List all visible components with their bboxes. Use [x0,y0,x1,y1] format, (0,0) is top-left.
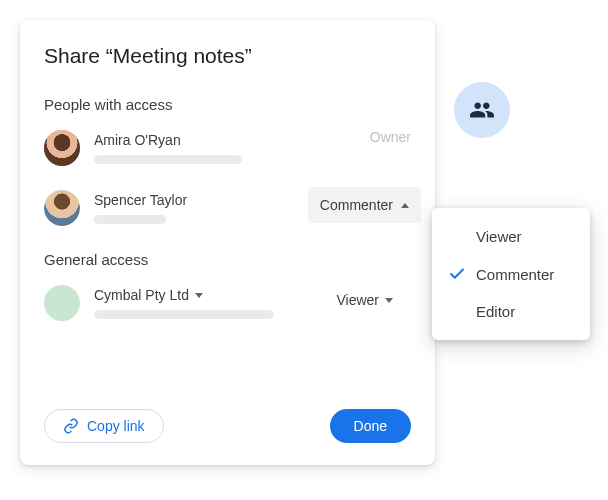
role-dropdown-menu: Viewer Commenter Editor [432,208,590,340]
role-label-owner: Owner [370,129,411,145]
general-role-dropdown[interactable]: Viewer [336,292,393,308]
people-bubble [454,82,510,138]
copy-link-button[interactable]: Copy link [44,409,164,443]
org-name: Cymbal Pty Ltd [94,287,189,303]
general-access-label: General access [44,251,411,268]
share-dialog: Share “Meeting notes” People with access… [20,20,435,465]
org-avatar [44,285,80,321]
check-icon [448,265,466,283]
person-row: Amira O'Ryan Owner [44,127,411,169]
dialog-footer: Copy link Done [44,409,411,443]
done-button[interactable]: Done [330,409,411,443]
check-slot [448,265,466,283]
skeleton-line [94,215,166,224]
general-role-label: Viewer [336,292,379,308]
person-name: Amira O'Ryan [94,132,411,148]
role-dropdown-button[interactable]: Commenter [308,187,421,223]
link-icon [63,418,79,434]
menu-item-viewer[interactable]: Viewer [432,218,590,255]
menu-item-editor[interactable]: Editor [432,293,590,330]
avatar [44,190,80,226]
menu-item-label: Viewer [476,228,522,245]
general-access-row: Cymbal Pty Ltd Viewer [44,282,411,324]
menu-item-label: Editor [476,303,515,320]
people-icon [469,97,495,123]
chevron-down-icon [195,293,203,298]
copy-link-label: Copy link [87,418,145,434]
skeleton-line [94,310,274,319]
skeleton-line [94,155,242,164]
chevron-up-icon [401,203,409,208]
chevron-down-icon [385,298,393,303]
menu-item-commenter[interactable]: Commenter [432,255,590,293]
cymbal-logo-icon [51,292,73,314]
role-dropdown-label: Commenter [320,197,393,213]
menu-item-label: Commenter [476,266,554,283]
avatar [44,130,80,166]
dialog-title: Share “Meeting notes” [44,44,411,68]
person-row: Spencer Taylor Commenter [44,187,411,229]
people-with-access-label: People with access [44,96,411,113]
person-info: Amira O'Ryan [94,132,411,164]
